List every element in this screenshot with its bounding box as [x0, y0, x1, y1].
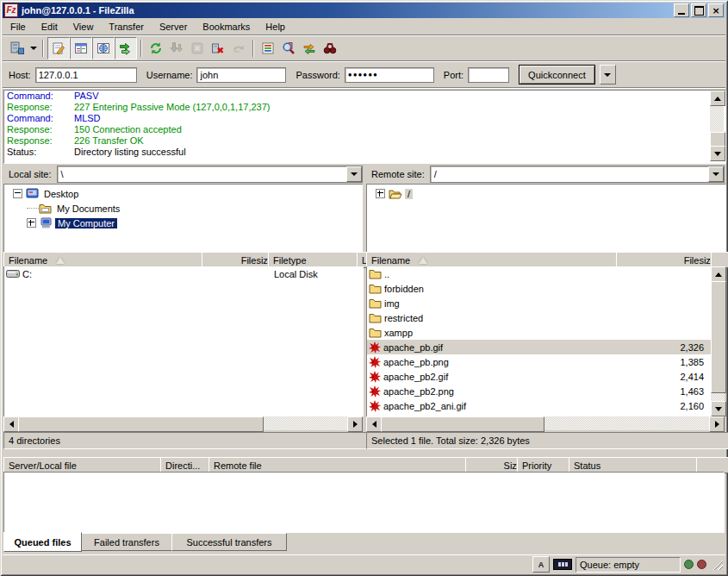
quickconnect-dropdown-button[interactable]	[600, 65, 616, 85]
disconnect-button[interactable]	[208, 38, 228, 59]
local-tree-icon	[74, 41, 88, 55]
toggle-queue-button[interactable]	[115, 37, 137, 59]
local-tree[interactable]: Desktop My Documents My Computer	[3, 184, 364, 254]
queue-body[interactable]	[3, 472, 725, 533]
username-input[interactable]	[196, 67, 286, 83]
maximize-button[interactable]	[691, 3, 706, 17]
list-row[interactable]: apache_pb2_ani.gif2,160	[367, 398, 712, 413]
find-files-button[interactable]	[320, 38, 340, 59]
minimize-button[interactable]	[674, 3, 689, 17]
toolbar-separator	[140, 40, 142, 57]
list-row[interactable]: img	[367, 296, 712, 310]
list-row[interactable]: forbidden	[367, 281, 712, 296]
tab-queued-files[interactable]: Queued files	[3, 532, 82, 552]
arrow-left-icon	[9, 421, 14, 428]
scroll-right-button[interactable]	[347, 416, 363, 432]
site-manager-dropdown-button[interactable]	[28, 38, 39, 59]
scroll-up-button[interactable]	[710, 91, 725, 106]
menu-server[interactable]: Server	[152, 20, 195, 34]
log-scrollbar[interactable]	[710, 91, 724, 161]
list-row[interactable]: apache_pb2.gif2,414	[367, 369, 712, 384]
log-line: Response:150 Connection accepted	[4, 124, 725, 135]
cancel-icon	[190, 41, 204, 55]
cancel-button[interactable]	[187, 38, 208, 59]
close-button[interactable]: ×	[708, 3, 724, 17]
arrow-right-icon	[353, 421, 358, 428]
local-horizontal-scrollbar[interactable]	[3, 416, 363, 430]
local-site-dropdown-button[interactable]	[346, 166, 362, 182]
quickconnect-button[interactable]: Quickconnect	[519, 65, 595, 85]
folder-icon	[369, 283, 382, 294]
scroll-thumb[interactable]	[18, 416, 264, 432]
transfer-type-indicator-icon[interactable]: A	[532, 556, 550, 573]
list-row-drive-c[interactable]: C: Local Disk	[4, 266, 364, 281]
scroll-left-button[interactable]	[3, 416, 19, 432]
tree-item-my-documents[interactable]: My Documents	[4, 201, 364, 216]
scroll-down-button[interactable]	[711, 401, 726, 416]
list-row-selected[interactable]: apache_pb.gif2,326	[367, 340, 712, 354]
expand-icon[interactable]	[27, 218, 36, 228]
list-row[interactable]: xampp	[367, 325, 712, 340]
list-row[interactable]: apache_pb.png1,385	[367, 354, 712, 369]
tree-item-root[interactable]: /	[367, 186, 725, 201]
list-row[interactable]: apache_pb2.png1,463	[367, 384, 712, 398]
remote-site-label: Remote site:	[366, 169, 430, 179]
menu-edit[interactable]: Edit	[34, 20, 65, 34]
toggle-remote-tree-button[interactable]	[92, 37, 115, 59]
scroll-thumb[interactable]	[711, 281, 726, 393]
remote-horizontal-scrollbar[interactable]	[366, 416, 725, 430]
remote-list-body[interactable]: .. forbidden img restricted xampp apache…	[366, 266, 712, 416]
expand-icon[interactable]	[376, 189, 385, 198]
status-bar: A Queue: empty	[3, 554, 725, 573]
log-line: Response:226 Transfer OK	[4, 135, 725, 147]
list-row[interactable]: restricted	[367, 310, 712, 325]
menu-help[interactable]: Help	[258, 20, 293, 34]
synchronized-browsing-button[interactable]	[299, 38, 320, 59]
scroll-right-button[interactable]	[709, 416, 725, 432]
site-manager-button[interactable]	[7, 38, 28, 59]
menu-view[interactable]: View	[65, 20, 102, 34]
toggle-local-tree-button[interactable]	[70, 37, 92, 59]
menu-transfer[interactable]: Transfer	[101, 20, 152, 34]
collapse-icon[interactable]	[13, 189, 22, 198]
title-bar[interactable]: Fz john@127.0.0.1 - FileZilla ×	[3, 3, 725, 18]
port-input[interactable]	[468, 67, 509, 83]
scroll-left-button[interactable]	[366, 416, 382, 432]
remote-site-header: Remote site: /	[366, 166, 725, 183]
remote-tree[interactable]: /	[366, 184, 726, 254]
directory-comparison-button[interactable]	[278, 38, 299, 59]
status-badge-icon[interactable]	[553, 559, 572, 570]
directory-comparison-icon	[282, 41, 296, 55]
menu-bar: File Edit View Transfer Server Bookmarks…	[3, 19, 725, 34]
remote-site-dropdown-button[interactable]	[708, 166, 724, 182]
file-name: forbidden	[384, 284, 618, 294]
tree-item-my-computer[interactable]: My Computer	[4, 216, 364, 230]
scroll-down-button[interactable]	[710, 146, 725, 161]
resize-grip[interactable]	[712, 559, 723, 570]
refresh-button[interactable]	[146, 38, 166, 59]
scroll-thumb[interactable]	[381, 416, 544, 432]
disconnect-icon	[211, 41, 225, 55]
remote-tree-icon	[96, 41, 110, 55]
tree-item-desktop[interactable]: Desktop	[4, 186, 364, 201]
arrow-left-icon	[372, 421, 376, 428]
process-queue-button[interactable]	[166, 38, 187, 59]
remote-site-combo[interactable]: /	[430, 166, 725, 183]
scroll-up-button[interactable]	[711, 266, 726, 282]
menu-file[interactable]: File	[3, 20, 34, 34]
tab-failed-transfers[interactable]: Failed transfers	[81, 533, 172, 551]
remote-vertical-scrollbar[interactable]	[711, 266, 725, 416]
toggle-message-log-button[interactable]	[47, 37, 70, 59]
local-list-body[interactable]: C: Local Disk	[3, 266, 364, 416]
reconnect-button[interactable]	[228, 38, 249, 59]
list-row[interactable]: ..	[367, 266, 712, 281]
chevron-down-icon	[712, 172, 719, 176]
menu-bookmarks[interactable]: Bookmarks	[195, 20, 258, 34]
local-site-combo[interactable]: \	[57, 166, 363, 183]
tab-successful-transfers[interactable]: Successful transfers	[171, 533, 287, 551]
host-input[interactable]	[35, 67, 137, 83]
drive-icon	[6, 269, 20, 279]
password-input[interactable]	[345, 67, 434, 83]
message-log[interactable]: Command:PASV Response:227 Entering Passi…	[3, 90, 726, 164]
filter-button[interactable]	[258, 38, 278, 59]
